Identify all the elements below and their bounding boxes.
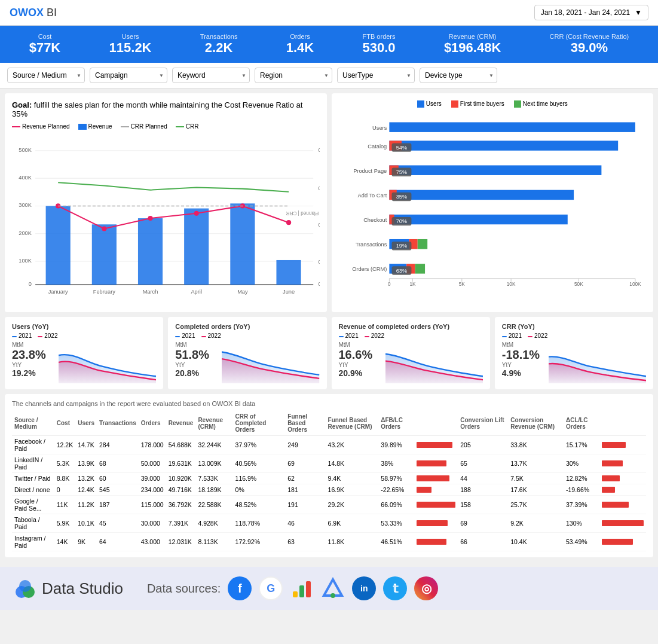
footer-logo: Data Studio [14, 578, 123, 599]
source-medium-select[interactable]: Source / Medium [7, 68, 85, 83]
cell-users: 13.9K [75, 454, 97, 473]
cell-cl-orders: 65 [458, 454, 508, 473]
cell-source: Taboola / Paid [12, 514, 54, 533]
cell-delta-cl: 130% [564, 514, 599, 533]
usertype-select[interactable]: UserType [337, 68, 415, 83]
svg-text:Checkout: Checkout [363, 218, 387, 224]
cell-source: Direct / none [12, 484, 54, 496]
cell-orders: 234.000 [139, 484, 166, 496]
cell-cost: 8.8K [54, 473, 75, 484]
cell-orders: 43.000 [139, 533, 166, 551]
cell-cl-orders: 188 [458, 484, 508, 496]
revenue-crr-svg: 500K 400K 300K 200K 100K 0 0.4 0.3 0.2 0… [12, 133, 320, 300]
cell-fb-orders: 62 [285, 473, 325, 484]
cell-users: 14.7K [75, 436, 97, 454]
svg-rect-88 [293, 591, 298, 597]
cell-fb-rev: 6.9K [326, 514, 379, 533]
cell-rev-crm: 32.244K [195, 436, 232, 454]
table-row: Google / Paid Se... 11K 11.2K 187 115.00… [12, 496, 646, 514]
funnel-chart-box: Users First time buyers Next time buyers… [332, 93, 654, 312]
svg-text:5K: 5K [458, 282, 465, 288]
cell-bar2 [599, 514, 646, 533]
cell-cl-rev: 10.4K [508, 533, 564, 551]
cell-crr: 118.78% [233, 514, 286, 533]
svg-rect-90 [306, 581, 311, 597]
cell-bar1 [414, 496, 458, 514]
svg-point-25 [148, 216, 152, 221]
logo-bi: BI [47, 7, 57, 19]
svg-text:35%: 35% [396, 194, 407, 200]
svg-rect-18 [92, 225, 117, 285]
filter-source-medium[interactable]: Source / Medium [7, 68, 85, 83]
filter-device-type[interactable]: Device type [420, 68, 497, 83]
cell-orders: 30.000 [139, 514, 166, 533]
cell-users: 10.1K [75, 514, 97, 533]
cell-bar1 [414, 514, 458, 533]
svg-text:300K: 300K [19, 203, 32, 209]
th-cost: Cost [54, 411, 75, 436]
cell-source: Twitter / Paid [12, 473, 54, 484]
th-fb-rev: Funnel Based Revenue (CRM) [326, 411, 379, 436]
cell-delta-fb: 46.51% [378, 533, 414, 551]
cell-cl-orders: 69 [458, 514, 508, 533]
svg-text:75%: 75% [396, 169, 407, 175]
cell-fb-rev: 9.4K [326, 473, 379, 484]
cell-bar2 [599, 454, 646, 473]
cell-source: Google / Paid Se... [12, 496, 54, 514]
th-crr: CRR of Completed Orders [233, 411, 286, 436]
goal-text: Goal: fulfill the sales plan for the mon… [12, 100, 320, 118]
filter-campaign[interactable]: Campaign [90, 68, 167, 83]
svg-text:0.2: 0.2 [318, 222, 319, 228]
filter-region[interactable]: Region [255, 68, 332, 83]
region-select[interactable]: Region [255, 68, 332, 83]
cell-orders: 178.000 [139, 436, 166, 454]
cell-bar1 [414, 436, 458, 454]
svg-text:April: April [191, 289, 202, 295]
cell-fb-orders: 69 [285, 454, 325, 473]
device-type-select[interactable]: Device type [420, 68, 497, 83]
svg-text:Users: Users [372, 125, 387, 131]
cell-delta-cl: 12.82% [564, 473, 599, 484]
cell-rev-crm: 7.533K [195, 473, 232, 484]
cell-revenue: 36.792K [166, 496, 196, 514]
cell-crr: 0% [233, 484, 286, 496]
stat-revenue-crm: Revenue (CRM) $196.48K [444, 33, 501, 56]
cell-revenue: 7.391K [166, 514, 196, 533]
svg-text:May: May [237, 289, 248, 295]
cell-rev-crm: 4.928K [195, 514, 232, 533]
keyword-select[interactable]: Keyword [172, 68, 250, 83]
th-bar2 [599, 411, 646, 436]
cell-trans: 45 [97, 514, 139, 533]
date-range-picker[interactable]: Jan 18, 2021 - Jan 24, 2021 ▼ [534, 5, 648, 20]
campaign-select[interactable]: Campaign [90, 68, 167, 83]
th-orders: Orders [139, 411, 166, 436]
svg-text:0.3: 0.3 [318, 185, 319, 191]
google-analytics-icon [290, 576, 314, 600]
cell-delta-fb: -22.65% [378, 484, 414, 496]
data-studio-icon [14, 578, 36, 599]
svg-text:70%: 70% [396, 219, 407, 225]
svg-rect-21 [230, 204, 255, 285]
svg-text:100K: 100K [19, 258, 32, 264]
header: OWOX BI Jan 18, 2021 - Jan 24, 2021 ▼ [0, 0, 658, 26]
cell-delta-cl: -19.66% [564, 484, 599, 496]
filter-keyword[interactable]: Keyword [172, 68, 250, 83]
cell-cl-rev: 9.2K [508, 514, 564, 533]
cell-bar1 [414, 473, 458, 484]
stat-crr: CRR (Cost Revenue Ratio) 39.0% [550, 33, 629, 56]
mini-legend-crr: 2021 2022 [502, 332, 646, 339]
cell-fb-rev: 14.8K [326, 454, 379, 473]
cell-users: 13.2K [75, 473, 97, 484]
table-header-row: Source / Medium Cost Users Transactions … [12, 411, 646, 436]
svg-rect-63 [417, 239, 427, 249]
mini-svg-crr [549, 341, 646, 383]
svg-text:Catalog: Catalog [368, 144, 387, 149]
stat-transactions: Transactions 2.2K [200, 33, 238, 56]
cell-trans: 187 [97, 496, 139, 514]
svg-text:0.1: 0.1 [318, 260, 319, 265]
svg-text:100K: 100K [629, 282, 641, 288]
filter-usertype[interactable]: UserType [337, 68, 415, 83]
data-sources-label: Data sources: [147, 582, 221, 596]
cell-cl-rev: 13.7K [508, 454, 564, 473]
cell-bar2 [599, 496, 646, 514]
